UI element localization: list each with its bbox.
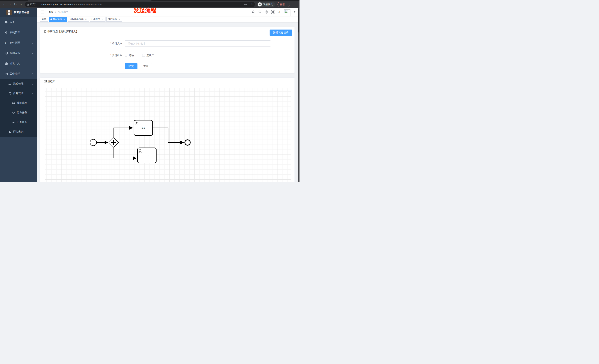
password-key-icon[interactable] <box>244 3 247 6</box>
active-tag-dot <box>50 18 52 20</box>
browser-menu-dots-icon[interactable]: ⋮ <box>286 3 288 6</box>
header-actions: TT <box>252 8 298 16</box>
bpmn-canvas[interactable]: 1.1 1.2 <box>45 88 291 182</box>
tags-view-bar: 首页 发起流程 × 流程表单-编辑 × 已办任务 × 我的流程 × <box>37 16 298 22</box>
avatar[interactable] <box>284 9 291 16</box>
incognito-label: 无痕模式 <box>263 3 273 6</box>
sidebar-item-label: 请假查询 <box>13 130 24 134</box>
form-row-single-text: *单行文本 <box>40 40 294 47</box>
browser-reload-button[interactable]: ↻ <box>13 3 18 7</box>
sidebar-item-payment[interactable]: ¥ 支付管理 <box>0 38 37 48</box>
help-icon[interactable] <box>265 10 268 14</box>
page-scrollbar-thumb[interactable] <box>298 8 299 33</box>
sidebar-item-done-tasks[interactable]: 已办任务 <box>0 117 37 127</box>
tag-label: 已办任务 <box>91 17 100 21</box>
submit-button[interactable]: 提交 <box>125 63 137 69</box>
address-bar[interactable]: 不安全 dashboard.yudao.iocoder.cn/bpm/proce… <box>25 2 255 7</box>
font-size-icon[interactable]: TT <box>278 10 281 14</box>
sidebar-item-home[interactable]: 首页 <box>0 17 37 27</box>
reset-button[interactable]: 重置 <box>140 63 152 69</box>
page-scrollbar[interactable] <box>298 8 300 182</box>
tag-close-icon[interactable]: × <box>101 18 104 20</box>
flow-gateway-to-task2 <box>114 147 136 158</box>
process-form: *单行文本 *多选框组 选项一 选项二 <box>40 36 294 69</box>
bpmn-user-task-1[interactable]: 1.1 <box>134 120 153 135</box>
required-mark: * <box>110 42 111 45</box>
tag-close-icon[interactable]: × <box>63 18 65 20</box>
list-icon <box>8 82 11 85</box>
tag-label: 流程表单-编辑 <box>70 17 84 21</box>
app-logo-avatar <box>6 10 12 15</box>
app-root: 芋道管理系统 首页 系统管理 ¥ 支付管理 <box>0 8 298 182</box>
checkbox-option-2[interactable]: 选项二 <box>142 54 154 57</box>
sidebar-item-task-mgmt[interactable]: 任务管理 <box>0 89 37 98</box>
browser-home-button[interactable]: ⌂ <box>18 3 24 6</box>
tag-label: 发起流程 <box>53 17 62 21</box>
checkbox-group-label: *多选框组 <box>40 54 125 57</box>
sidebar-logo-row[interactable]: 芋道管理系统 <box>0 8 37 17</box>
process-diagram-title: 流程图 <box>47 80 55 83</box>
sidebar-item-system[interactable]: 系统管理 <box>0 27 37 38</box>
browser-back-button[interactable]: ← <box>1 3 7 6</box>
single-text-input[interactable] <box>125 40 271 47</box>
sidebar-item-label: 基础设施 <box>10 51 20 55</box>
sidebar-collapse-icon[interactable] <box>41 10 44 13</box>
incognito-badge: 无痕模式 <box>257 2 275 7</box>
security-chip-label[interactable]: 不安全 <box>30 3 37 6</box>
browser-chrome: ← → ↻ ⌂ 不安全 dashboard.yudao.iocoder.cn/b… <box>0 0 300 8</box>
bpmn-parallel-gateway[interactable] <box>109 138 119 147</box>
tag-label: 首页 <box>42 17 46 21</box>
bpmn-user-task-2[interactable]: 1.2 <box>137 148 156 163</box>
tag-my-process[interactable]: 我的流程 × <box>106 17 122 22</box>
checkbox-option-1[interactable]: 选项一 <box>125 54 137 57</box>
tag-form-edit[interactable]: 流程表单-编辑 × <box>68 17 89 22</box>
sidebar-item-label: 研发工具 <box>10 62 20 65</box>
breadcrumb-separator: / <box>55 10 56 13</box>
app-title: 芋道管理系统 <box>14 11 29 14</box>
bpmn-diagram: 1.1 1.2 <box>45 88 291 182</box>
url-host: dashboard.yudao.iocoder.cn <box>41 3 71 6</box>
sidebar-item-label: 支付管理 <box>10 41 20 44</box>
eye-icon <box>12 111 15 114</box>
avatar-caret-icon[interactable] <box>294 11 295 13</box>
tag-home[interactable]: 首页 <box>40 17 48 22</box>
sidebar-item-my-process[interactable]: 我的流程 <box>0 98 37 108</box>
bpmn-start-event[interactable] <box>90 139 97 146</box>
yen-icon: ¥ <box>5 41 8 44</box>
breadcrumb: 首页 / 发起流程 <box>48 10 68 14</box>
task1-label: 1.1 <box>141 127 145 129</box>
checkbox-icon[interactable] <box>125 54 127 57</box>
tag-done-tasks[interactable]: 已办任务 × <box>90 17 106 22</box>
search-icon[interactable] <box>252 10 255 14</box>
tag-close-icon[interactable]: × <box>85 18 87 20</box>
tag-close-icon[interactable]: × <box>118 18 121 20</box>
sidebar-item-process-mgmt[interactable]: 流程管理 <box>0 79 37 89</box>
chevron-up-icon <box>31 92 34 94</box>
browser-update-button[interactable]: 更新 ⋮ <box>278 2 290 7</box>
github-icon[interactable] <box>258 10 262 14</box>
sidebar-item-dev-tools[interactable]: 研发工具 <box>0 58 37 69</box>
monitor-icon <box>5 52 8 55</box>
select-other-process-button[interactable]: 选择其它流程 <box>270 30 292 36</box>
chevron-down-icon <box>31 62 34 65</box>
fullscreen-icon[interactable] <box>271 10 274 14</box>
sidebar-item-todo-tasks[interactable]: 待办任务 <box>0 108 37 117</box>
briefcase-icon <box>5 72 8 75</box>
bookmark-star-icon[interactable]: ☆ <box>251 3 253 6</box>
sidebar-item-workflow[interactable]: 工作流程 <box>0 69 37 79</box>
document-icon <box>44 30 47 33</box>
task2-label: 1.2 <box>145 154 149 157</box>
browser-forward-button[interactable]: → <box>7 3 13 6</box>
eye-closed-icon <box>12 121 15 124</box>
sidebar-item-infrastructure[interactable]: 基础设施 <box>0 48 37 58</box>
chevron-down-icon <box>31 31 34 34</box>
checkbox-icon[interactable] <box>142 54 145 57</box>
bpmn-end-event[interactable] <box>185 140 190 145</box>
tag-create-process[interactable]: 发起流程 × <box>49 17 67 22</box>
workflow-submenu: 流程管理 任务管理 我的流程 <box>0 79 37 137</box>
breadcrumb-home[interactable]: 首页 <box>48 10 53 14</box>
sidebar-item-label: 任务管理 <box>13 92 24 95</box>
sidebar-item-label: 系统管理 <box>10 31 20 34</box>
form-row-checkbox-group: *多选框组 选项一 选项二 <box>40 54 294 57</box>
sidebar-item-leave-query[interactable]: 请假查询 <box>0 127 37 137</box>
